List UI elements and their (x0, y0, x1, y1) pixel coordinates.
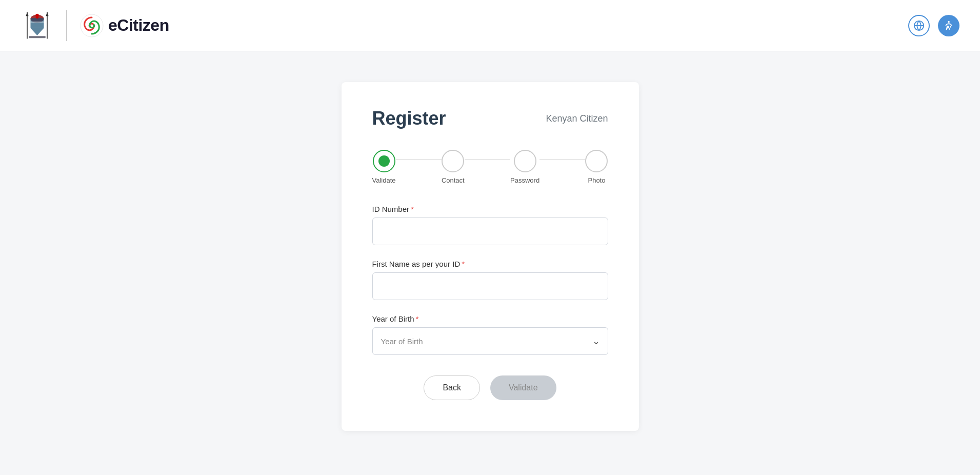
accessibility-icon (943, 20, 954, 31)
globe-icon (913, 20, 925, 31)
first-name-input[interactable] (372, 272, 608, 300)
validate-button[interactable]: Validate (490, 375, 556, 400)
step-circle-photo (585, 150, 608, 172)
main-content: Register Kenyan Citizen Validate Contact (0, 51, 980, 475)
year-of-birth-required: * (416, 314, 419, 323)
step-contact: Contact (442, 150, 465, 184)
step-active-dot (378, 155, 390, 167)
header-divider (66, 10, 67, 41)
svg-marker-5 (26, 12, 28, 16)
first-name-field-group: First Name as per your ID* (372, 260, 608, 300)
step-connector-2 (465, 160, 510, 161)
ecitizen-text: eCitizen (108, 16, 169, 35)
svg-marker-6 (46, 12, 48, 16)
ecitizen-swirl-icon (79, 13, 104, 38)
coat-of-arms-icon (21, 9, 54, 42)
site-header: eCitizen (0, 0, 980, 51)
year-of-birth-select-wrapper: Year of Birth 20262025202420232022202120… (372, 327, 608, 355)
registration-stepper: Validate Contact Password Photo (372, 150, 608, 184)
svg-rect-1 (31, 18, 44, 28)
first-name-label: First Name as per your ID* (372, 260, 608, 268)
year-of-birth-label: Year of Birth* (372, 314, 608, 323)
id-number-input[interactable] (372, 217, 608, 245)
header-actions (908, 15, 959, 36)
form-header: Register Kenyan Citizen (372, 108, 608, 129)
step-connector-1 (396, 160, 442, 161)
step-validate: Validate (372, 150, 396, 184)
first-name-required: * (462, 260, 465, 268)
citizen-type-label: Kenyan Citizen (546, 113, 608, 124)
ecitizen-brand: eCitizen (79, 13, 169, 38)
step-circle-validate (373, 150, 395, 172)
step-label-contact: Contact (442, 176, 465, 184)
accessibility-button[interactable] (938, 15, 959, 36)
step-label-password: Password (510, 176, 539, 184)
language-button[interactable] (908, 15, 930, 36)
form-button-row: Back Validate (372, 375, 608, 400)
back-button[interactable]: Back (424, 375, 480, 400)
step-label-photo: Photo (588, 176, 605, 184)
page-title: Register (372, 108, 446, 129)
step-password: Password (510, 150, 539, 184)
svg-marker-2 (31, 28, 44, 35)
year-of-birth-field-group: Year of Birth* Year of Birth 20262025202… (372, 314, 608, 355)
header-logo-area: eCitizen (21, 9, 169, 42)
step-label-validate: Validate (372, 176, 396, 184)
register-form-container: Register Kenyan Citizen Validate Contact (342, 82, 639, 431)
step-photo: Photo (585, 150, 608, 184)
year-of-birth-select[interactable]: Year of Birth 20262025202420232022202120… (372, 327, 608, 355)
svg-rect-9 (29, 36, 46, 38)
id-number-field-group: ID Number* (372, 205, 608, 245)
svg-point-7 (35, 14, 39, 17)
svg-point-13 (948, 21, 950, 23)
id-number-required: * (411, 205, 414, 213)
step-circle-password (514, 150, 536, 172)
step-circle-contact (442, 150, 464, 172)
id-number-label: ID Number* (372, 205, 608, 213)
step-connector-3 (539, 160, 585, 161)
